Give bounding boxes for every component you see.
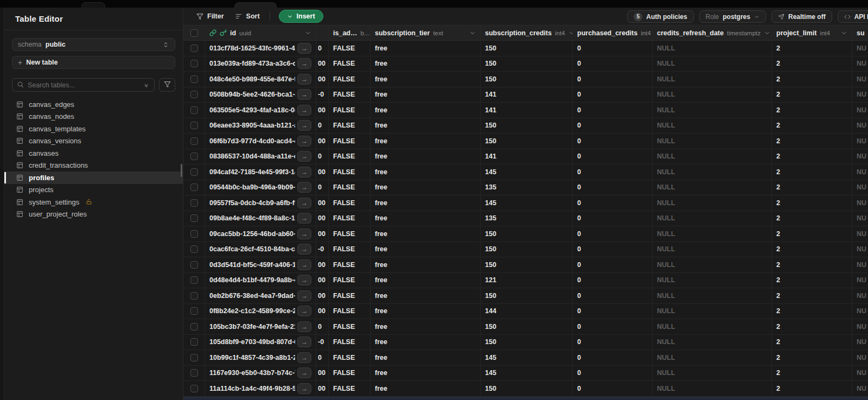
chevrons-expand-icon[interactable] (143, 82, 150, 88)
expand-row-button[interactable]: → (297, 43, 311, 54)
cell-purchased-credits[interactable]: 0 (573, 56, 653, 72)
row-checkbox[interactable] (190, 245, 198, 253)
column-header-is_ad…[interactable]: is_ad…b… (329, 26, 371, 40)
cell-subscription-credits[interactable]: 150 (481, 226, 573, 242)
expand-row-button[interactable]: → (297, 244, 311, 255)
cell-clipped-column[interactable]: NU (852, 149, 868, 164)
cell-purchased-credits[interactable]: 0 (573, 195, 653, 211)
cell-credits-refresh-date[interactable]: NULL (653, 273, 772, 288)
column-header-subscription_credits[interactable]: subscription_creditsint4 (481, 26, 573, 40)
cell-project-limit[interactable]: 2 (772, 304, 852, 319)
cell-subscription-credits[interactable]: 145 (481, 350, 573, 365)
cell-id[interactable]: 105bc3b7-03fe-4e7f-9efa-21bb40…→ (205, 319, 316, 334)
cell-purchased-credits[interactable]: 0 (573, 180, 653, 195)
cell-purchased-credits[interactable]: 0 (573, 288, 653, 303)
cell-project-limit[interactable]: 2 (772, 257, 852, 272)
cell-credits-refresh-date[interactable]: NULL (653, 103, 772, 118)
cell-is-admin[interactable]: FALSE (329, 350, 371, 365)
chevron-down-icon[interactable] (469, 30, 476, 36)
cell-hidden-column[interactable]: -0 (316, 242, 329, 257)
cell-is-admin[interactable]: FALSE (329, 134, 371, 149)
cell-project-limit[interactable]: 2 (772, 288, 852, 303)
row-checkbox[interactable] (190, 75, 198, 83)
cell-hidden-column[interactable]: 00 (316, 288, 329, 303)
row-checkbox[interactable] (190, 91, 198, 98)
expand-row-button[interactable]: → (297, 321, 311, 332)
cell-purchased-credits[interactable]: 0 (573, 118, 653, 134)
cell-subscription-tier[interactable]: free (371, 72, 481, 87)
cell-subscription-tier[interactable]: free (371, 257, 481, 272)
cell-is-admin[interactable]: FALSE (329, 273, 371, 288)
sidebar-item-canvas_nodes[interactable]: canvas_nodes (4, 111, 183, 123)
row-checkbox[interactable] (190, 230, 198, 238)
expand-row-button[interactable]: → (297, 182, 311, 193)
cell-is-admin[interactable]: FALSE (329, 195, 371, 211)
expand-row-button[interactable]: → (297, 228, 311, 239)
cell-clipped-column[interactable]: NU (852, 164, 868, 180)
api-docs-button[interactable]: API Do (838, 10, 868, 23)
row-checkbox[interactable] (190, 292, 198, 300)
cell-is-admin[interactable]: FALSE (329, 164, 371, 180)
chevron-down-icon[interactable] (841, 30, 847, 36)
cell-purchased-credits[interactable]: 0 (573, 87, 653, 103)
sidebar-item-profiles[interactable]: profiles (4, 172, 183, 184)
cell-subscription-tier[interactable]: free (371, 226, 481, 242)
cell-subscription-tier[interactable]: free (371, 288, 481, 303)
cell-subscription-tier[interactable]: free (371, 273, 481, 288)
sidebar-item-canvas_edges[interactable]: canvas_edges (4, 98, 183, 111)
row-checkbox[interactable] (190, 385, 198, 392)
cell-hidden-column[interactable]: 00 (316, 381, 329, 396)
search-tables-input[interactable] (28, 81, 139, 89)
cell-project-limit[interactable]: 2 (772, 195, 852, 211)
cell-id[interactable]: 0d48e4d4-b1bf-4479-9a8b-4a4b…→ (205, 273, 316, 288)
cell-project-limit[interactable]: 2 (772, 103, 852, 118)
cell-project-limit[interactable]: 2 (772, 319, 852, 334)
cell-clipped-column[interactable]: NU (852, 288, 868, 303)
cell-purchased-credits[interactable]: 0 (573, 366, 653, 381)
cell-project-limit[interactable]: 2 (772, 335, 852, 350)
cell-is-admin[interactable]: FALSE (329, 56, 371, 72)
cell-project-limit[interactable]: 2 (772, 149, 852, 164)
cell-purchased-credits[interactable]: 0 (573, 149, 653, 164)
cell-hidden-column[interactable]: 00 (316, 273, 329, 288)
cell-subscription-tier[interactable]: free (371, 180, 481, 195)
cell-project-limit[interactable]: 2 (772, 211, 852, 226)
sidebar-filter-button[interactable] (159, 78, 175, 92)
cell-hidden-column[interactable]: 00 (316, 72, 329, 87)
cell-id[interactable]: 09557f5a-0dcb-4cb9-a6fb-fff366…→ (205, 195, 316, 211)
cell-purchased-credits[interactable]: 0 (573, 335, 653, 350)
schema-select[interactable]: schema public (12, 38, 175, 51)
cell-hidden-column[interactable]: 00 (316, 195, 329, 211)
cell-clipped-column[interactable]: NU (852, 211, 868, 226)
cell-subscription-credits[interactable]: 150 (481, 242, 573, 257)
cell-id[interactable]: 10b99c1f-4857-4c39-a8b1-263b8…→ (205, 350, 316, 365)
expand-row-button[interactable]: → (297, 383, 311, 394)
row-checkbox[interactable] (190, 323, 198, 331)
column-header-purchased_credits[interactable]: purchased_creditsint4 (573, 26, 653, 40)
row-checkbox[interactable] (190, 60, 198, 67)
cell-credits-refresh-date[interactable]: NULL (653, 149, 772, 164)
cell-is-admin[interactable]: FALSE (329, 72, 371, 87)
expand-row-button[interactable]: → (297, 306, 311, 316)
cell-project-limit[interactable]: 2 (772, 366, 852, 381)
column-header-credits_refresh_date[interactable]: credits_refresh_datetimestamptz (653, 26, 772, 40)
cell-is-admin[interactable]: FALSE (329, 335, 371, 350)
cell-project-limit[interactable]: 2 (772, 87, 852, 103)
expand-row-button[interactable]: → (297, 120, 311, 131)
cell-hidden-column[interactable]: 00 (316, 134, 329, 149)
cell-is-admin[interactable]: FALSE (329, 103, 371, 118)
cell-credits-refresh-date[interactable]: NULL (653, 118, 772, 134)
cell-purchased-credits[interactable]: 0 (573, 257, 653, 272)
cell-hidden-column[interactable]: 00 (316, 103, 329, 118)
row-checkbox[interactable] (190, 354, 198, 361)
sidebar-scrollbar-thumb[interactable] (181, 164, 182, 177)
cell-subscription-tier[interactable]: free (371, 149, 481, 164)
cell-credits-refresh-date[interactable]: NULL (653, 288, 772, 303)
column-header-subscription_tier[interactable]: subscription_tiertext (371, 26, 481, 40)
cell-credits-refresh-date[interactable]: NULL (653, 56, 772, 72)
cell-subscription-tier[interactable]: free (371, 211, 481, 226)
cell-credits-refresh-date[interactable]: NULL (653, 180, 772, 195)
cell-subscription-tier[interactable]: free (371, 103, 481, 118)
expand-row-button[interactable]: → (297, 198, 311, 208)
cell-purchased-credits[interactable]: 0 (573, 242, 653, 257)
